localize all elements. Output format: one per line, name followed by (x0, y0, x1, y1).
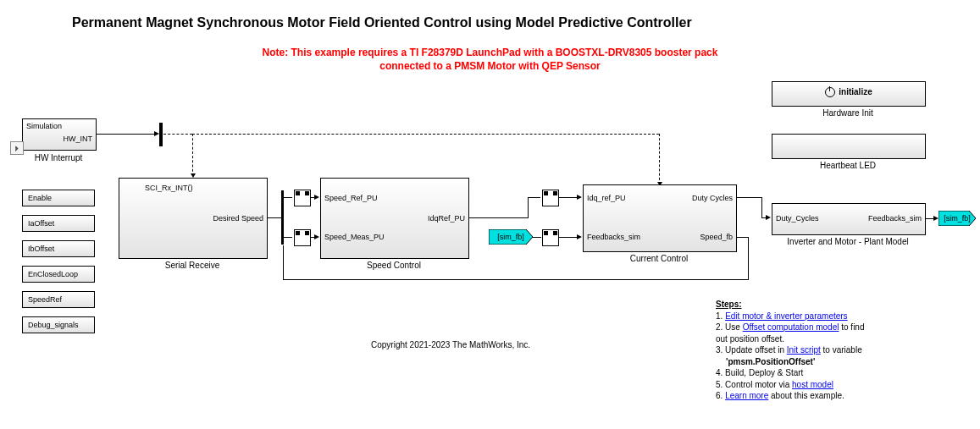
dash-v2 (659, 134, 660, 184)
arrow-rc3 (577, 195, 582, 200)
dash-h2 (192, 134, 659, 135)
datastore-enable-label: Enable (28, 194, 52, 202)
datastore-debug[interactable]: Debug_signals (22, 316, 95, 333)
hw-init-inner: initialize (772, 87, 925, 97)
label-hw-init: Hardware Init (772, 108, 924, 118)
wire-duty (736, 197, 761, 198)
from-tag-sim-fb[interactable]: [sim_fb] (489, 229, 533, 245)
hw-init-text: initialize (839, 87, 872, 96)
port-idq-ref-pu: Idq_ref_PU (587, 194, 626, 202)
link-host-model[interactable]: host model (792, 380, 833, 389)
port-plant-feedbacks: Feedbacks_sim (868, 214, 922, 223)
datastore-speedref-label: SpeedRef (28, 295, 62, 304)
datastore-debug-label: Debug_signals (28, 321, 79, 329)
wire-sfb-v (748, 237, 749, 279)
block-hw-interrupt[interactable]: Simulation HW_INT (22, 118, 97, 151)
datastore-enclosedloop-label: EnClosedLoop (28, 270, 78, 278)
label-speed-control: Speed Control (320, 261, 468, 270)
port-speed-meas-pu: Speed_Meas_PU (324, 233, 385, 241)
steps-annotation: Steps: 1. Edit motor & inverter paramete… (716, 299, 970, 402)
block-current-control[interactable]: Idq_ref_PU Feedbacks_sim Duty Cycles Spe… (583, 184, 737, 252)
label-current-control: Current Control (583, 254, 735, 263)
link-init-script[interactable]: Init script (787, 345, 821, 355)
datastore-iboffset-label: IbOffset (28, 245, 54, 253)
port-speed-fb: Speed_fb (700, 233, 733, 241)
wire-sr-demux (267, 217, 281, 218)
goto-tag-sim-fb[interactable]: [sim_fb] (938, 211, 976, 226)
copyright: Copyright 2021-2023 The MathWorks, Inc. (371, 340, 530, 349)
wire-sfb-back (283, 279, 749, 280)
wire-plant-out (925, 218, 933, 219)
port-feedbacks-sim-in: Feedbacks_sim (587, 233, 640, 241)
dash-h1 (163, 134, 192, 135)
label-hw-interrupt: HW Interrupt (22, 153, 95, 162)
datastore-iboffset[interactable]: IbOffset (22, 240, 95, 257)
label-heartbeat: Heartbeat LED (772, 161, 924, 170)
link-edit-params[interactable]: Edit motor & inverter parameters (725, 311, 848, 321)
block-hw-init[interactable]: initialize (772, 81, 926, 107)
serial-receive-title: SCI_Rx_INT() (145, 184, 193, 192)
rateconv-4[interactable] (542, 229, 559, 246)
wire-demux-bot (284, 237, 292, 238)
block-speed-control[interactable]: Speed_Ref_PU Speed_Meas_PU IdqRef_PU (320, 178, 469, 259)
datastore-iaoffset-label: IaOffset (28, 219, 54, 228)
block-plant[interactable]: Duty_Cycles Feedbacks_sim (772, 203, 926, 235)
note-line-2: connected to a PMSM Motor with QEP Senso… (0, 60, 980, 72)
block-heartbeat[interactable] (772, 134, 926, 159)
function-call-initiator (159, 123, 163, 146)
rateconv-2[interactable] (294, 229, 311, 246)
port-plant-duty: Duty_Cycles (776, 214, 819, 223)
wire-sc-out (468, 217, 528, 218)
port-desired-speed: Desired Speed (213, 214, 263, 223)
wire-rc4 (558, 237, 577, 238)
port-speed-ref-pu: Speed_Ref_PU (324, 194, 378, 202)
link-learn-more[interactable]: Learn more (725, 391, 768, 400)
arrow-rc4 (577, 234, 582, 239)
goto-tag-text: [sim_fb] (944, 214, 971, 223)
wire-sc-up-h (528, 197, 540, 198)
datastore-speedref[interactable]: SpeedRef (22, 291, 95, 308)
steps-header: Steps: (716, 299, 970, 311)
note-line-1: Note: This example requires a TI F28379D… (0, 47, 980, 58)
arrow-duty (766, 215, 771, 220)
datastore-iaoffset[interactable]: IaOffset (22, 215, 95, 232)
wire-rc3 (558, 197, 577, 198)
wire-hwint-out (96, 134, 154, 135)
datastore-enclosedloop[interactable]: EnClosedLoop (22, 266, 95, 283)
arrow-rc2 (314, 234, 319, 239)
wire-sfb-1 (736, 237, 748, 238)
dash-v1 (192, 134, 193, 176)
arrow-rc1 (314, 195, 319, 200)
from-tag-text: [sim_fb] (497, 233, 524, 241)
link-offset-model[interactable]: Offset computation model (743, 322, 839, 332)
wire-sfb-v2 (283, 245, 284, 280)
block-serial-receive[interactable]: SCI_Rx_INT() Desired Speed (119, 178, 268, 259)
page-title: Permanent Magnet Synchronous Motor Field… (72, 15, 692, 30)
hw-interrupt-inner-label: Simulation (26, 122, 62, 130)
port-duty-cycles: Duty Cycles (692, 194, 733, 202)
datastore-enable[interactable]: Enable (22, 190, 95, 206)
wire-from-tag (533, 237, 541, 238)
wire-sc-up (528, 197, 529, 218)
wire-demux-top (284, 197, 292, 198)
power-icon (825, 87, 835, 97)
rateconv-3[interactable] (542, 190, 559, 206)
port-idqref-pu: IdqRef_PU (428, 214, 465, 223)
rateconv-1[interactable] (294, 190, 311, 206)
label-serial-receive: Serial Receive (119, 261, 266, 270)
wire-duty-v (761, 197, 762, 217)
port-hw-int-out: HW_INT (64, 135, 93, 143)
label-plant: Inverter and Motor - Plant Model (772, 237, 924, 246)
